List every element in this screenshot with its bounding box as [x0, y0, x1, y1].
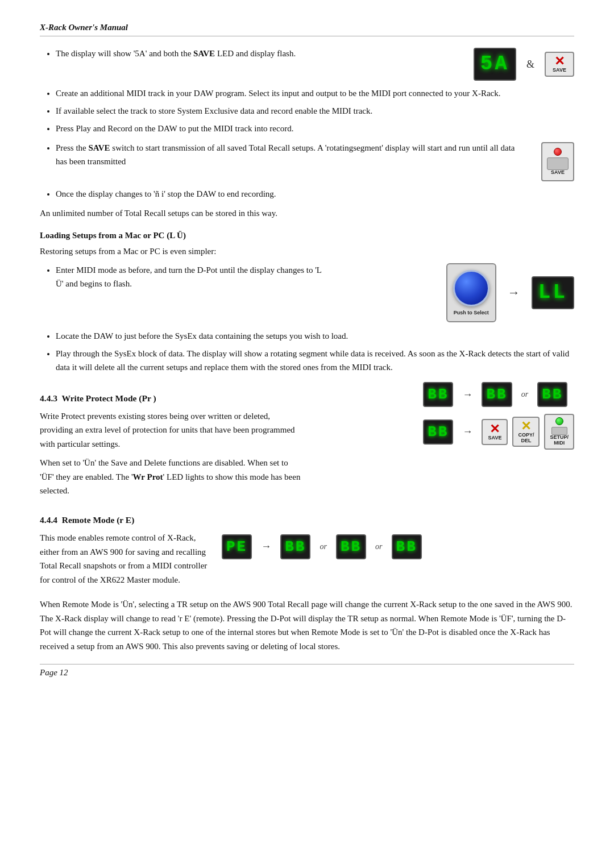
bullet2-text: Create an additional MIDI track in your …: [56, 89, 500, 98]
bullet-1: The display will show '5A' and both the …: [56, 47, 462, 60]
bullet5-start: Press the: [56, 143, 89, 152]
header-title: X-Rack Owner's Manual: [40, 23, 128, 32]
setup-btn-label-wp: SETUP/MIDI: [550, 435, 569, 446]
x-copy: ✕: [521, 420, 531, 433]
copy-btn-label-wp: COPY/DEL: [518, 433, 534, 444]
or-text-1: or: [521, 390, 528, 399]
subsection-444-title: Remote Mode (r E): [62, 515, 135, 525]
bullet5-mid: switch to start transmission of all save…: [56, 143, 515, 166]
seg-pe-digit: PE: [226, 539, 247, 554]
seg-wp-3: BB: [537, 382, 567, 407]
bullet-7: Enter MIDI mode as before, and turn the …: [56, 263, 329, 290]
footer: Page 12: [40, 664, 574, 678]
save-btn-wp: ✕ SAVE: [482, 419, 508, 445]
bullet1-bold: SAVE: [193, 49, 215, 58]
seg-wp-1: BB: [423, 382, 453, 407]
bullet-8: Locate the DAW to just before the SysEx …: [56, 329, 574, 343]
bullet-9: Play through the SysEx block of data. Th…: [56, 347, 574, 374]
led-green-setup: [555, 417, 563, 425]
bullet-4: Press Play and Record on the DAW to put …: [56, 122, 574, 135]
header: X-Rack Owner's Manual: [40, 23, 574, 36]
rm-para-2: When Remote Mode is 'Ün', selecting a TR…: [40, 597, 574, 654]
seg-wp-digit-1: BB: [428, 387, 449, 402]
section-para: Restoring setups from a Mac or PC is eve…: [40, 244, 574, 259]
seg-wp-digit-4: BB: [428, 425, 449, 439]
bullet1-end: LED and display flash.: [215, 49, 296, 58]
seg-wp-digit-2: BB: [486, 387, 507, 402]
bullet-2: Create an additional MIDI track in your …: [56, 86, 574, 100]
main-content: The display will show '5A' and both the …: [40, 47, 574, 654]
save-button-graphic-1: ✕ SAVE: [545, 52, 574, 77]
save-button-graphic-2: SAVE: [541, 142, 574, 181]
footer-page: Page 12: [40, 668, 68, 678]
subsection-444-num: 4.4.4: [40, 515, 57, 525]
wp-para-1: Write Protect prevents existing stores b…: [40, 409, 301, 451]
bullet-6: Once the display changes to 'ñ i' stop t…: [56, 187, 574, 201]
arrow-wp-1: →: [462, 389, 472, 401]
bullet6-text: Once the display changes to 'ñ i' stop t…: [56, 189, 276, 198]
save-label-2: SAVE: [551, 170, 565, 176]
bullet1-text: The display will show '5A' and both the: [56, 49, 193, 58]
seg-digit-5a: 5A: [480, 54, 509, 74]
bullet3-text: If available select the track to store S…: [56, 106, 372, 115]
seg-pe: PE: [222, 534, 252, 559]
section-heading-loading: Loading Setups from a Mac or PC (L Ü): [40, 229, 574, 243]
rm-para-1: This mode enables remote control of X-Ra…: [40, 531, 210, 587]
x-save: ✕: [489, 423, 500, 435]
bullet-3: If available select the track to store S…: [56, 104, 574, 118]
seg-rm-digit-1: BB: [285, 539, 306, 554]
wp-para2-bold: Wr Prot: [133, 472, 163, 481]
copy-btn-wp: ✕ COPY/DEL: [512, 417, 540, 447]
bullet7-text: Enter MIDI mode as before, and turn the …: [56, 265, 321, 288]
seg-wp-4: BB: [423, 420, 453, 445]
seg-digit-lu: LL: [538, 283, 567, 303]
seg-rm-2: BB: [336, 534, 366, 559]
bullet8-text: Locate the DAW to just before the SysEx …: [56, 331, 348, 340]
seg-display-5a: 5A: [474, 48, 516, 81]
seg-rm-1: BB: [280, 534, 310, 559]
arrow-rm-1: →: [261, 541, 271, 553]
push-select-label: Push to Select: [454, 310, 489, 315]
subsection-443-title: Write Protect Mode (Pr ): [61, 393, 156, 403]
seg-wp-digit-3: BB: [542, 387, 563, 402]
or-text-rm-2: or: [375, 542, 382, 551]
bullet5-bold: SAVE: [89, 143, 110, 152]
seg-rm-digit-2: BB: [341, 539, 362, 554]
arrow-1: →: [508, 285, 520, 300]
save-label-1: SAVE: [553, 68, 566, 73]
subsection-443-heading: 4.4.3 Write Protect Mode (Pr ): [40, 391, 301, 406]
bullet9-text: Play through the SysEx block of data. Th…: [56, 349, 569, 372]
dpot-knob: [453, 270, 489, 306]
x-mark-red: ✕: [554, 55, 565, 68]
ampersand: &: [526, 59, 534, 70]
arrow-wp-2: →: [462, 426, 472, 438]
para-1: An unlimited number of Total Recall setu…: [40, 206, 574, 221]
seg-wp-2: BB: [482, 382, 512, 407]
or-text-rm-1: or: [320, 542, 326, 551]
bullet-5: Press the SAVE switch to start transmiss…: [56, 141, 524, 168]
led-red: [554, 148, 562, 156]
bullet4-text: Press Play and Record on the DAW to put …: [56, 124, 293, 133]
dpot-container: Push to Select: [446, 263, 496, 322]
subsection-444-heading: 4.4.4 Remote Mode (r E): [40, 513, 574, 528]
seg-rm-digit-3: BB: [396, 539, 417, 554]
save-btn-label-wp: SAVE: [488, 435, 502, 441]
seg-rm-3: BB: [392, 534, 422, 559]
setup-btn-wp: SETUP/MIDI: [544, 414, 574, 450]
seg-display-lu: LL: [532, 276, 574, 309]
subsection-443-num: 4.4.3: [40, 393, 57, 403]
wp-para-2: When set to 'Ün' the Save and Delete fun…: [40, 456, 301, 498]
